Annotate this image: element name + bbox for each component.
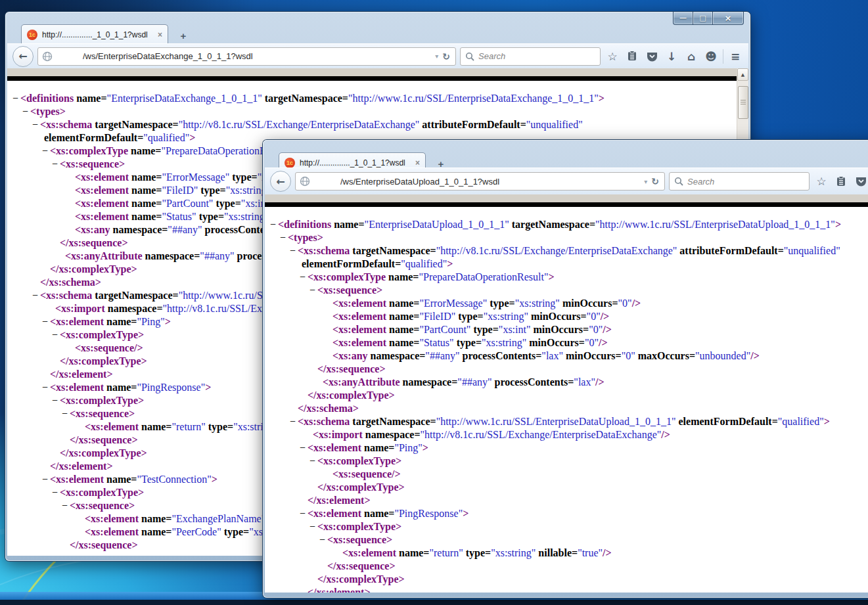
collapse-toggle-icon[interactable]: − [300,441,308,455]
url-dropdown-icon[interactable]: ▾ [641,178,650,185]
bookmarks-menu-icon[interactable] [624,48,640,65]
collapse-toggle-icon[interactable]: − [309,455,317,468]
bookmarks-menu-icon[interactable] [833,173,849,190]
xml-line: elementFormDefault="qualified"> [270,258,868,271]
xml-line: <xs:import namespace="http://v8.1c.ru/SS… [270,428,868,441]
xml-line: </xs:sequence> [270,363,868,376]
xml-line: </xs:complexType> [270,573,868,586]
xml-line: −<xs:schema targetNamespace="http://v8.1… [12,118,748,131]
collapse-toggle-icon[interactable]: − [309,520,317,533]
collapse-toggle-icon[interactable]: − [42,473,50,486]
scroll-up-button[interactable]: ▲ [737,68,748,81]
collapse-toggle-icon[interactable]: − [309,284,317,297]
favicon-1c-icon: 1c [285,158,295,168]
window-controls: — □ × [673,12,744,25]
search-box[interactable]: Search [669,172,810,190]
browser-tab[interactable]: 1c http://.............._1_0_1_1?wsdl × [21,24,168,44]
xml-line: −<xs:complexType> [270,520,868,533]
xml-line: <xs:anyAttribute namespace="##any" proce… [270,376,868,389]
reload-icon[interactable]: ↻ [650,176,660,187]
navigation-toolbar: ← /ws/EnterpriseDataExchange_1_0_1_1?wsd… [7,43,748,69]
pocket-icon[interactable] [644,48,660,65]
xml-line: −<xs:schema targetNamespace="http://v8.1… [270,244,868,258]
xml-line: </xs:complexType> [270,389,868,402]
tab-strip: 1c http://.............._1_0_1_1?wsdl × … [21,24,192,44]
page-top-gray-strip [7,68,737,76]
tab-close-icon[interactable]: × [415,158,420,168]
minimize-button[interactable]: — [673,12,693,25]
bookmark-star-icon[interactable]: ☆ [813,173,829,190]
menu-hamburger-icon[interactable]: ≡ [727,48,743,65]
search-box[interactable]: Search [460,47,601,66]
search-placeholder: Search [687,177,714,187]
collapse-toggle-icon[interactable]: − [42,381,50,394]
xml-line: −<xs:schema targetNamespace="http://www.… [270,415,868,428]
collapse-toggle-icon[interactable]: − [319,533,327,547]
page-top-black-rule [7,76,737,81]
collapse-toggle-icon[interactable]: − [32,289,40,302]
page-top-black-rule [265,202,868,207]
toolbar-divider [723,49,723,64]
collapse-toggle-icon[interactable]: − [32,118,40,131]
xml-line: −<definitions name="EnterpriseDataExchan… [12,92,748,105]
xml-line: </xs:element> [270,494,868,507]
collapse-toggle-icon[interactable]: − [270,218,278,231]
globe-icon [300,176,310,187]
tab-close-icon[interactable]: × [158,30,162,39]
collapse-toggle-icon[interactable]: − [290,415,298,428]
home-icon[interactable]: ⌂ [683,48,699,65]
xml-line: <xs:element name="FileID" type="xs:strin… [270,310,868,323]
bookmark-star-icon[interactable]: ☆ [605,48,620,65]
xml-line: <xs:element name="PartCount" type="xs:in… [270,323,868,336]
xml-line: </xs:element> [270,586,868,593]
page-content: −<definitions name="EnterpriseDataUpload… [265,194,868,593]
close-button[interactable]: × [713,12,744,25]
close-icon: × [725,13,732,23]
reload-icon[interactable]: ↻ [441,51,451,62]
xml-line: <xs:element name="return" type="xs:strin… [270,547,868,560]
xml-line: </xs:sequence> [270,560,868,573]
xml-line: </xs:schema> [270,402,868,415]
maximize-button[interactable]: □ [693,12,713,25]
feedback-smiley-icon[interactable]: ☻ [703,48,719,65]
collapse-toggle-icon[interactable]: − [52,158,60,171]
collapse-toggle-icon[interactable]: − [62,407,70,420]
xml-line: −<xs:complexType> [270,455,868,468]
collapse-toggle-icon[interactable]: − [22,105,30,118]
pocket-icon[interactable] [853,173,868,190]
collapse-toggle-icon[interactable]: − [300,507,308,520]
maximize-icon: □ [699,14,706,22]
download-icon[interactable]: ↓ [664,48,679,65]
collapse-toggle-icon[interactable]: − [52,486,60,499]
collapse-toggle-icon[interactable]: − [62,499,70,512]
url-bar[interactable]: /ws/EnterpriseDataExchange_1_0_1_1?wsdl … [37,47,456,66]
back-button[interactable]: ← [12,46,34,67]
xml-tree: −<definitions name="EnterpriseDataUpload… [265,207,868,593]
back-button[interactable]: ← [270,171,291,192]
collapse-toggle-icon[interactable]: − [42,145,50,158]
new-tab-button[interactable]: + [175,28,192,43]
collapse-toggle-icon[interactable]: − [12,92,20,105]
collapse-toggle-icon[interactable]: − [290,244,298,258]
xml-line: <xs:element name="ErrorMessage" type="xs… [270,297,868,310]
xml-line: −<types> [270,231,868,244]
url-text: /ws/EnterpriseDataUpload_1_0_1_1?wsdl [340,177,641,187]
globe-icon [42,51,53,62]
search-icon [674,177,683,186]
desktop-wallpaper: — □ × 1c http://.............._1_0_1_1?w… [0,0,868,605]
url-bar[interactable]: /ws/EnterpriseDataUpload_1_0_1_1?wsdl ▾ … [295,172,665,190]
navigation-toolbar: ← /ws/EnterpriseDataUpload_1_0_1_1?wsdl … [265,168,868,195]
xml-line: −<xs:element name="Ping"> [270,441,868,455]
collapse-toggle-icon[interactable]: − [42,315,50,328]
xml-line: −<xs:complexType name="PrepareDataOperat… [270,271,868,284]
url-dropdown-icon[interactable]: ▾ [432,53,441,60]
collapse-toggle-icon[interactable]: − [300,271,308,284]
xml-line: <xs:element name="Status" type="xs:strin… [270,336,868,349]
wallpaper-bottom-strip [0,600,868,605]
browser-window-upload: 1c http://.............._1_0_1_1?wsdl × … [263,140,868,598]
collapse-toggle-icon[interactable]: − [52,328,60,342]
xml-line: <xs:any namespace="##any" processContent… [270,349,868,363]
scrollbar-thumb[interactable] [738,86,748,119]
collapse-toggle-icon[interactable]: − [280,231,288,244]
collapse-toggle-icon[interactable]: − [52,394,60,407]
